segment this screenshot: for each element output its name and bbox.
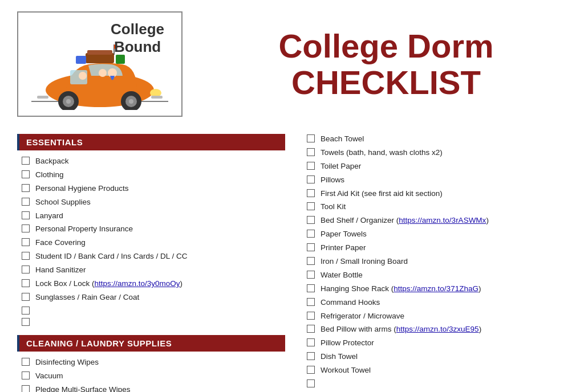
- item-link[interactable]: https://amzn.to/3y0moOy: [95, 279, 180, 288]
- title-line2: CHECKLIST: [291, 64, 481, 101]
- checkbox[interactable]: [22, 318, 30, 326]
- list-item: Student ID / Bank Card / Ins Cards / DL …: [17, 251, 285, 262]
- checkbox[interactable]: [22, 385, 30, 392]
- checkbox[interactable]: [22, 358, 30, 366]
- item-link[interactable]: https://amzn.to/3zxuE95: [396, 325, 479, 333]
- checkbox[interactable]: [307, 216, 315, 224]
- list-item: Dish Towel: [302, 352, 567, 362]
- item-label: Pillows: [321, 175, 344, 186]
- svg-point-20: [79, 72, 87, 80]
- checkbox[interactable]: [22, 170, 30, 178]
- item-label: Pillow Protector: [321, 338, 374, 349]
- item-label: Personal Property Insurance: [35, 224, 133, 235]
- list-item: [302, 379, 567, 387]
- list-item: Workout Towel: [302, 365, 567, 376]
- essentials-header: ESSENTIALS: [17, 134, 285, 150]
- item-label: Vacuum: [35, 371, 63, 382]
- svg-rect-10: [151, 96, 163, 99]
- list-item: Command Hooks: [302, 297, 567, 308]
- checkbox[interactable]: [22, 224, 30, 232]
- item-label: Student ID / Bank Card / Ins Cards / DL …: [35, 251, 188, 262]
- list-item: Iron / Small Ironing Board: [302, 256, 567, 267]
- item-label: Disinfecting Wipes: [35, 357, 99, 368]
- list-item: Personal Property Insurance: [17, 224, 285, 235]
- checkbox[interactable]: [22, 211, 30, 219]
- item-label: Lanyard: [35, 211, 63, 222]
- item-label: Hand Sanitizer: [35, 265, 86, 276]
- checkbox[interactable]: [22, 371, 30, 379]
- list-item: Pillow Protector: [302, 338, 567, 349]
- item-label: Beach Towel: [321, 134, 364, 145]
- item-label: Personal Hygiene Products: [35, 183, 129, 194]
- main-content: ESSENTIALS BackpackClothingPersonal Hygi…: [17, 134, 567, 392]
- item-label: School Supplies: [35, 197, 91, 208]
- checkbox[interactable]: [22, 184, 30, 192]
- list-item: Beach Towel: [302, 134, 567, 145]
- list-item: Water Bottle: [302, 270, 567, 281]
- svg-rect-14: [76, 56, 86, 64]
- list-item: First Aid Kit (see first aid kit section…: [302, 189, 567, 199]
- checkbox[interactable]: [22, 238, 30, 246]
- list-item: Pillows: [302, 175, 567, 186]
- item-link[interactable]: https://amzn.to/371ZhaG: [394, 284, 478, 293]
- checkbox[interactable]: [22, 252, 30, 260]
- top-section: College Bound: [17, 11, 567, 117]
- checkbox[interactable]: [307, 352, 315, 360]
- item-label: Paper Towels: [321, 229, 367, 240]
- checkbox[interactable]: [307, 312, 315, 320]
- list-item: Lanyard: [17, 211, 285, 222]
- list-item: Backpack: [17, 156, 285, 167]
- item-label: First Aid Kit (see first aid kit section…: [321, 189, 443, 199]
- item-label: Pledge Multi-Surface Wipes: [35, 385, 131, 392]
- checkbox[interactable]: [307, 284, 315, 292]
- list-item: Refrigerator / Microwave: [302, 311, 567, 322]
- right-checklist-list: Beach TowelTowels (bath, hand, wash clot…: [302, 134, 567, 387]
- list-item: Lock Box / Lock (https://amzn.to/3y0moOy…: [17, 279, 285, 289]
- cleaning-list: Disinfecting WipesVacuumPledge Multi-Sur…: [17, 357, 285, 392]
- svg-point-19: [99, 69, 107, 77]
- checkbox[interactable]: [307, 271, 315, 279]
- checkbox[interactable]: [307, 379, 315, 387]
- checkbox[interactable]: [307, 148, 315, 156]
- list-item: Paper Towels: [302, 229, 567, 240]
- checkbox[interactable]: [307, 325, 315, 333]
- checkbox[interactable]: [307, 298, 315, 306]
- item-link[interactable]: https://amzn.to/3rASWMx: [399, 216, 486, 224]
- checkbox[interactable]: [22, 293, 30, 301]
- checkbox[interactable]: [22, 279, 30, 287]
- checkbox[interactable]: [22, 157, 30, 165]
- right-column: Beach TowelTowels (bath, hand, wash clot…: [297, 134, 567, 392]
- checkbox[interactable]: [307, 257, 315, 265]
- item-label: Dish Towel: [321, 352, 358, 362]
- svg-point-8: [129, 99, 133, 104]
- item-label: Bed Shelf / Organizer (https://amzn.to/3…: [321, 215, 489, 226]
- list-item: Personal Hygiene Products: [17, 183, 285, 194]
- checkbox[interactable]: [22, 198, 30, 206]
- checkbox[interactable]: [307, 175, 315, 183]
- list-item: Face Covering: [17, 238, 285, 248]
- item-label: Bed Pillow with arms (https://amzn.to/3z…: [321, 324, 481, 335]
- title-line1: College Dorm: [278, 27, 493, 64]
- list-item: Vacuum: [17, 371, 285, 382]
- item-label: Printer Paper: [321, 243, 366, 254]
- checkbox[interactable]: [307, 338, 315, 346]
- checkbox[interactable]: [307, 202, 315, 210]
- cleaning-header: CLEANING / LAUNDRY SUPPLIES: [17, 335, 285, 352]
- checkbox[interactable]: [22, 266, 30, 273]
- list-item: Hand Sanitizer: [17, 265, 285, 276]
- checkbox[interactable]: [307, 243, 315, 251]
- item-label: Refrigerator / Microwave: [321, 311, 404, 322]
- checkbox[interactable]: [22, 307, 30, 315]
- item-label: Sunglasses / Rain Gear / Coat: [35, 292, 139, 303]
- checkbox[interactable]: [307, 230, 315, 238]
- svg-rect-13: [87, 50, 112, 55]
- item-label: Tool Kit: [321, 202, 346, 213]
- checkbox[interactable]: [307, 162, 315, 170]
- checkbox[interactable]: [307, 189, 315, 197]
- list-item: Bed Pillow with arms (https://amzn.to/3z…: [302, 324, 567, 335]
- checkbox[interactable]: [307, 134, 315, 142]
- title-section: College Dorm CHECKLIST: [182, 28, 567, 101]
- list-item: Sunglasses / Rain Gear / Coat: [17, 292, 285, 303]
- checkbox[interactable]: [307, 366, 315, 374]
- svg-rect-11: [37, 96, 48, 99]
